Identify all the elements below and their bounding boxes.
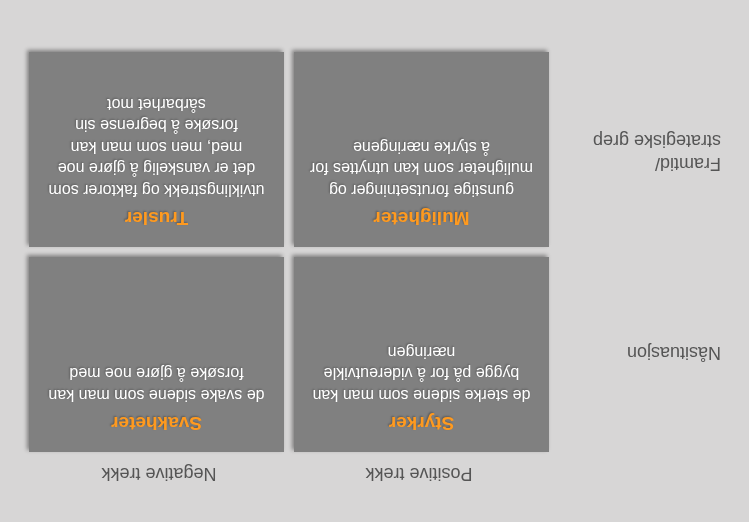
row-labels: Nåsituasjon Framtid/ strategiske grep: [559, 52, 729, 452]
cell-weaknesses: Svakheter de svake sidene som man kan fo…: [29, 257, 284, 452]
cell-weaknesses-desc: de svake sidene som man kan forsøke å gj…: [43, 363, 270, 406]
cell-weaknesses-title: Svakheter: [43, 412, 270, 434]
col-header-negative: Negative trekk: [29, 452, 289, 492]
row-label-present: Nåsituasjon: [559, 252, 729, 452]
cell-opportunities: Muligheter gunstige forutsetninger og mu…: [294, 52, 549, 247]
column-headers: Positive trekk Negative trekk: [29, 452, 549, 492]
cell-strengths-title: Styrker: [308, 412, 535, 434]
cell-threats-title: Trusler: [43, 207, 270, 229]
swot-cells: Styrker de sterke sidene som man kan byg…: [29, 52, 549, 452]
col-header-positive: Positive trekk: [289, 452, 549, 492]
cell-strengths: Styrker de sterke sidene som man kan byg…: [294, 257, 549, 452]
swot-diagram: Nåsituasjon Framtid/ strategiske grep Po…: [0, 0, 749, 522]
grid-wrapper: Positive trekk Negative trekk Styrker de…: [29, 52, 549, 492]
cell-threats: Trusler utviklingstrekk og faktorer som …: [29, 52, 284, 247]
row-label-future: Framtid/ strategiske grep: [559, 52, 729, 252]
cell-opportunities-title: Muligheter: [308, 207, 535, 229]
cell-threats-desc: utviklingstrekk og faktorer som det er v…: [43, 93, 270, 201]
cell-strengths-desc: de sterke sidene som man kan bygge på fo…: [308, 341, 535, 406]
cell-opportunities-desc: gunstige forutsetninger og muligheter so…: [308, 136, 535, 201]
